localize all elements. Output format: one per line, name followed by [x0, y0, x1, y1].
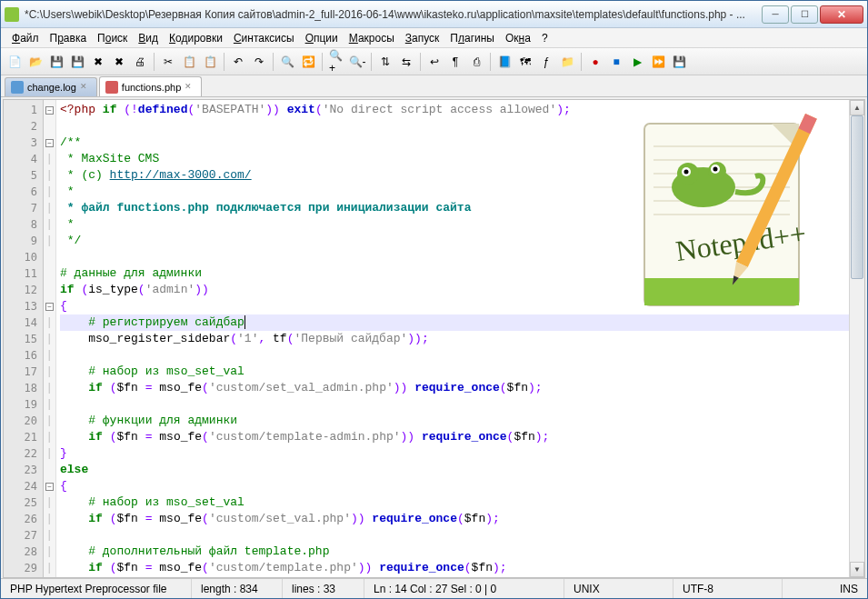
open-file-button[interactable]: 📂 [25, 52, 45, 72]
tab-changelog[interactable]: change.log ✕ [5, 77, 97, 96]
menu-macros[interactable]: Макросы [344, 30, 400, 46]
maximize-button[interactable]: ☐ [791, 5, 818, 24]
vertical-scrollbar[interactable]: ▲ ▼ [849, 100, 864, 577]
lang-button[interactable]: 📘 [494, 52, 514, 72]
map-icon: 🗺 [518, 55, 533, 69]
status-position: Ln : 14 Col : 27 Sel : 0 | 0 [364, 579, 564, 598]
tab-label: functions.php [122, 82, 181, 93]
redo-button[interactable]: ↷ [249, 52, 269, 72]
record-button[interactable]: ● [585, 52, 605, 72]
tab-label: change.log [27, 82, 76, 93]
copy-button[interactable]: 📋 [179, 52, 199, 72]
all-chars-button[interactable]: ¶ [445, 52, 465, 72]
print-button[interactable]: 🖨 [130, 52, 150, 72]
folder-button[interactable]: 📁 [557, 52, 577, 72]
func-list-button[interactable]: ƒ [536, 52, 556, 72]
paste-button[interactable]: 📋 [200, 52, 220, 72]
folder-icon: 📁 [560, 55, 574, 69]
save-macro-button[interactable]: 💾 [669, 52, 689, 72]
wrap-icon: ↩ [427, 55, 442, 69]
save-macro-icon: 💾 [672, 55, 686, 69]
stop-button[interactable]: ■ [606, 52, 626, 72]
menu-edit[interactable]: Правка [45, 30, 93, 46]
undo-button[interactable]: ↶ [228, 52, 248, 72]
play-button[interactable]: ▶ [627, 52, 647, 72]
new-file-icon: 📄 [7, 55, 22, 69]
status-eol[interactable]: UNIX [564, 579, 673, 598]
save-all-button[interactable]: 💾 [67, 52, 87, 72]
menu-encoding[interactable]: Кодировки [164, 30, 228, 46]
sync-v-icon: ⇅ [378, 55, 393, 69]
stop-icon: ■ [609, 55, 624, 69]
scroll-thumb[interactable] [851, 115, 863, 279]
find-icon: 🔍 [280, 55, 294, 69]
tabbar: change.log ✕ functions.php ✕ [1, 75, 867, 97]
toolbar-separator [581, 53, 582, 71]
close-file-button[interactable]: ✖ [88, 52, 108, 72]
menu-file[interactable]: Файл [6, 30, 45, 46]
indent-guide-button[interactable]: ⎙ [466, 52, 486, 72]
toolbar-separator [154, 53, 155, 71]
cut-button[interactable]: ✂ [158, 52, 178, 72]
statusbar: PHP Hypertext Preprocessor file length :… [1, 578, 867, 598]
window-title: *C:\Users\webik\Desktop\Резервная Копия … [25, 8, 760, 21]
tab-close-button[interactable]: ✕ [80, 82, 91, 93]
status-lines: lines : 33 [283, 579, 364, 598]
scroll-down-button[interactable]: ▼ [850, 562, 864, 577]
menu-help[interactable]: ? [536, 30, 554, 46]
fast-icon: ⏩ [651, 55, 665, 69]
save-icon: 💾 [49, 55, 64, 69]
app-window: *C:\Users\webik\Desktop\Резервная Копия … [0, 0, 868, 599]
record-icon: ● [588, 55, 603, 69]
play-multi-button[interactable]: ⏩ [648, 52, 668, 72]
doc-map-button[interactable]: 🗺 [515, 52, 535, 72]
menu-view[interactable]: Вид [133, 30, 164, 46]
menu-syntax[interactable]: Синтаксисы [228, 30, 300, 46]
close-all-button[interactable]: ✖ [109, 52, 129, 72]
menu-options[interactable]: Опции [300, 30, 344, 46]
undo-icon: ↶ [231, 55, 245, 69]
status-length: length : 834 [192, 579, 283, 598]
editor: 1234567891011121314151617181920212223242… [3, 99, 865, 578]
copy-icon: 📋 [182, 55, 196, 69]
save-button[interactable]: 💾 [46, 52, 66, 72]
toolbar-separator [273, 53, 274, 71]
scroll-up-button[interactable]: ▲ [850, 100, 864, 115]
toolbar-separator [322, 53, 323, 71]
menu-run[interactable]: Запуск [400, 30, 445, 46]
file-icon [11, 81, 24, 94]
new-file-button[interactable]: 📄 [5, 52, 25, 72]
play-icon: ▶ [630, 55, 644, 69]
func-icon: ƒ [539, 55, 554, 69]
zoom-in-icon: 🔍+ [329, 55, 344, 69]
minimize-button[interactable]: ─ [762, 5, 789, 24]
toolbar-separator [371, 53, 372, 71]
lang-icon: 📘 [497, 55, 512, 69]
toolbar-separator [490, 53, 491, 71]
paste-icon: 📋 [203, 55, 217, 69]
menu-plugins[interactable]: Плагины [444, 30, 500, 46]
line-number-gutter[interactable]: 1234567891011121314151617181920212223242… [4, 100, 44, 577]
status-encoding[interactable]: UTF-8 [673, 579, 783, 598]
tab-close-button[interactable]: ✕ [185, 82, 195, 93]
close-all-icon: ✖ [112, 55, 126, 69]
menu-windows[interactable]: Окна [500, 30, 536, 46]
sync-h-button[interactable]: ⇆ [396, 52, 416, 72]
pilcrow-icon: ¶ [448, 55, 463, 69]
tab-functions-php[interactable]: functions.php ✕ [99, 76, 202, 96]
titlebar[interactable]: *C:\Users\webik\Desktop\Резервная Копия … [1, 1, 867, 28]
zoom-out-icon: 🔍- [350, 55, 364, 69]
word-wrap-button[interactable]: ↩ [424, 52, 444, 72]
sync-v-button[interactable]: ⇅ [375, 52, 395, 72]
code-area[interactable]: <?php if (!defined('BASEPATH')) exit('No… [56, 100, 849, 577]
cut-icon: ✂ [161, 55, 175, 69]
zoom-in-button[interactable]: 🔍+ [326, 52, 346, 72]
menu-search[interactable]: Поиск [92, 30, 133, 46]
find-button[interactable]: 🔍 [277, 52, 297, 72]
close-button[interactable]: ✕ [820, 5, 863, 24]
app-icon [5, 7, 19, 22]
fold-column[interactable]: − −││││││ −│││││││││ −││││││ [44, 100, 56, 577]
zoom-out-button[interactable]: 🔍- [347, 52, 367, 72]
status-insert-mode[interactable]: INS [783, 579, 867, 598]
replace-button[interactable]: 🔁 [298, 52, 318, 72]
